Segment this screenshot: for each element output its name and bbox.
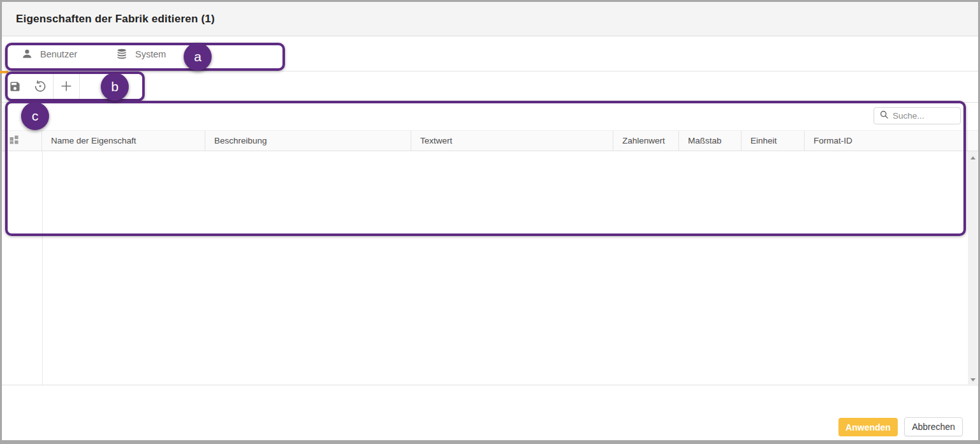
save-icon bbox=[9, 80, 21, 94]
restore-button[interactable] bbox=[27, 72, 53, 102]
save-button[interactable] bbox=[2, 72, 27, 102]
cancel-button[interactable]: Abbrechen bbox=[904, 417, 963, 436]
scroll-down-arrow[interactable] bbox=[968, 374, 977, 385]
column-header-massstab[interactable]: Maßstab bbox=[679, 131, 742, 151]
column-header-einheit[interactable]: Einheit bbox=[742, 131, 805, 151]
dialog-titlebar: Eigenschaften der Fabrik editieren (1) bbox=[2, 2, 978, 36]
tab-system[interactable]: System bbox=[115, 48, 166, 61]
search-icon bbox=[879, 110, 889, 122]
apply-button[interactable]: Anwenden bbox=[838, 418, 898, 436]
tab-bar: Benutzer System bbox=[2, 37, 978, 71]
person-icon bbox=[21, 48, 33, 60]
scroll-up-arrow[interactable] bbox=[968, 152, 977, 163]
tab-benutzer[interactable]: Benutzer bbox=[21, 48, 77, 60]
column-header-handle[interactable] bbox=[2, 131, 42, 151]
first-column-divider bbox=[42, 151, 43, 386]
widgets-icon bbox=[9, 135, 19, 147]
column-header-beschreibung[interactable]: Beschreibung bbox=[205, 131, 411, 151]
search-box[interactable] bbox=[874, 107, 961, 124]
column-header-name[interactable]: Name der Eigenschaft bbox=[42, 131, 205, 151]
column-header-format-id[interactable]: Format-ID bbox=[805, 131, 978, 151]
dialog-title: Eigenschaften der Fabrik editieren (1) bbox=[16, 13, 215, 26]
left-edge-amber-mark bbox=[0, 71, 8, 73]
add-button[interactable] bbox=[54, 72, 79, 102]
table-search-row bbox=[2, 103, 978, 130]
database-icon bbox=[115, 48, 128, 61]
toolbar bbox=[2, 72, 978, 102]
plus-icon bbox=[59, 79, 73, 95]
table-header-row: Name der Eigenschaft Beschreibung Textwe… bbox=[2, 130, 978, 151]
dialog-window: Eigenschaften der Fabrik editieren (1) B… bbox=[0, 0, 980, 444]
tab-system-label: System bbox=[135, 49, 166, 59]
toolbar-divider bbox=[79, 72, 80, 102]
history-restore-icon bbox=[33, 79, 47, 95]
table-scrollbar[interactable] bbox=[968, 151, 977, 386]
column-header-textwert[interactable]: Textwert bbox=[411, 131, 613, 151]
search-input[interactable] bbox=[893, 111, 955, 121]
column-header-zahlenwert[interactable]: Zahlenwert bbox=[613, 131, 679, 151]
tab-benutzer-label: Benutzer bbox=[40, 49, 77, 59]
properties-table: Name der Eigenschaft Beschreibung Textwe… bbox=[2, 102, 978, 385]
